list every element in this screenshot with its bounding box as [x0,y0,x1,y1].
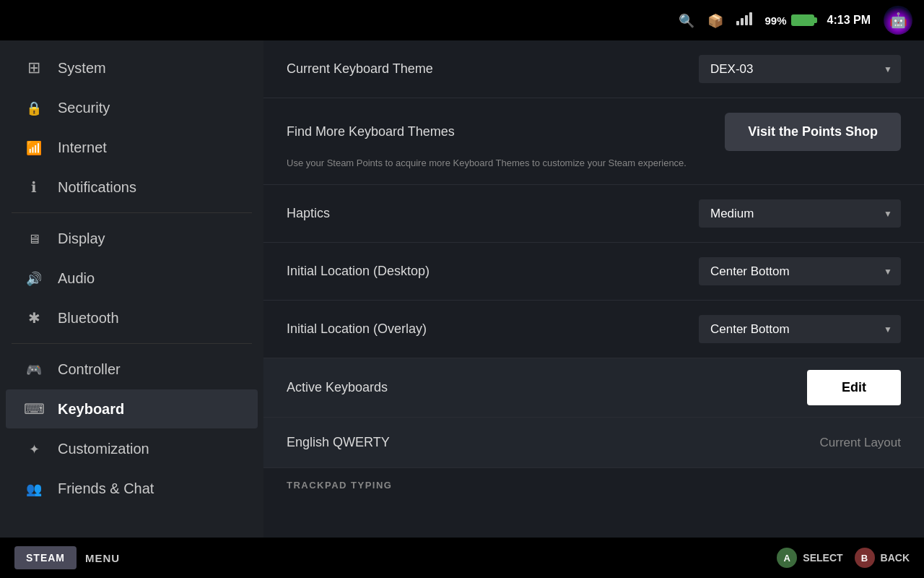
svg-rect-1 [741,18,744,25]
signal-icon [736,12,752,29]
clock: 4:13 PM [827,14,871,27]
sidebar-label-security: Security [58,100,110,116]
content-area: Current Keyboard Theme DEX-03 Find More … [263,40,924,538]
display-icon [23,229,45,248]
avatar-image: 🤖 [884,6,912,35]
sidebar-item-audio[interactable]: Audio [6,259,258,298]
active-keyboards-row: Active Keyboards Edit [263,358,924,418]
battery-indicator: 99% [765,14,814,27]
haptics-dropdown-wrapper: Medium Low High Off [699,199,901,228]
sidebar-label-bluetooth: Bluetooth [58,310,119,327]
back-control: B BACK [855,548,910,568]
current-layout-label: Current Layout [820,436,901,450]
initial-location-desktop-label: Initial Location (Desktop) [287,264,430,279]
sidebar-label-friends: Friends & Chat [58,480,154,497]
find-more-top: Find More Keyboard Themes Visit the Poin… [287,113,901,151]
customization-icon [23,439,45,458]
points-description: Use your Steam Points to acquire more Ke… [287,157,687,170]
sidebar-item-security[interactable]: Security [6,88,258,127]
sidebar-item-internet[interactable]: Internet [6,128,258,167]
sidebar: System Security Internet Notifications D… [0,40,263,538]
sidebar-label-keyboard: Keyboard [58,401,124,418]
bottombar-controls: A SELECT B BACK [777,548,910,568]
internet-icon [23,138,45,157]
sidebar-label-customization: Customization [58,441,149,457]
svg-rect-3 [749,12,752,25]
search-icon[interactable] [679,12,694,29]
active-keyboards-label: Active Keyboards [287,380,388,395]
select-label: SELECT [803,552,842,564]
find-more-label: Find More Keyboard Themes [287,124,455,139]
sidebar-item-controller[interactable]: Controller [6,350,258,389]
notifications-icon [23,178,45,197]
a-button[interactable]: A [777,548,797,568]
friends-icon [23,479,45,498]
english-qwerty-row: English QWERTY Current Layout [263,418,924,468]
bottombar: STEAM MENU A SELECT B BACK [0,538,924,578]
haptics-row: Haptics Medium Low High Off [263,185,924,243]
edit-button[interactable]: Edit [807,370,901,405]
current-theme-select[interactable]: DEX-03 [699,55,901,83]
sidebar-item-keyboard[interactable]: Keyboard [6,389,258,428]
initial-location-desktop-row: Initial Location (Desktop) Center Bottom… [263,243,924,301]
sidebar-label-controller: Controller [58,361,121,378]
sidebar-label-system: System [58,60,106,77]
sidebar-item-notifications[interactable]: Notifications [6,168,258,207]
current-theme-row: Current Keyboard Theme DEX-03 [263,40,924,98]
menu-label: MENU [85,552,120,564]
bluetooth-icon [23,309,45,327]
steam-button[interactable]: STEAM [14,546,77,569]
audio-icon [23,269,45,288]
back-label: BACK [881,552,910,564]
sidebar-item-display[interactable]: Display [6,219,258,258]
initial-location-overlay-dropdown-wrapper: Center Bottom Top Left Top Right Bottom … [699,315,901,343]
sidebar-label-display: Display [58,230,105,247]
trackpad-typing-header: TRACKPAD TYPING [263,468,924,496]
sidebar-label-audio: Audio [58,270,95,287]
sidebar-divider-2 [12,343,252,344]
battery-icon [791,14,814,26]
initial-location-desktop-dropdown-wrapper: Center Bottom Top Left Top Right Bottom … [699,257,901,285]
haptics-label: Haptics [287,206,330,221]
initial-location-desktop-select[interactable]: Center Bottom Top Left Top Right Bottom … [699,257,901,285]
avatar[interactable]: 🤖 [884,6,912,35]
select-control: A SELECT [777,548,842,568]
haptics-select[interactable]: Medium Low High Off [699,199,901,228]
current-theme-label: Current Keyboard Theme [287,61,433,77]
initial-location-overlay-label: Initial Location (Overlay) [287,322,427,337]
topbar: 99% 4:13 PM 🤖 [0,0,924,40]
sidebar-item-friends[interactable]: Friends & Chat [6,469,258,508]
svg-rect-0 [736,21,739,25]
controller-icon [23,360,45,379]
sidebar-label-internet: Internet [58,139,107,156]
sidebar-item-bluetooth[interactable]: Bluetooth [6,298,258,337]
english-qwerty-label: English QWERTY [287,435,390,450]
sidebar-label-notifications: Notifications [58,179,136,196]
keyboard-icon [23,400,45,418]
find-more-row: Find More Keyboard Themes Visit the Poin… [263,98,924,185]
initial-location-overlay-row: Initial Location (Overlay) Center Bottom… [263,301,924,358]
security-icon [23,98,45,117]
sidebar-divider-1 [12,212,252,213]
storage-icon[interactable] [707,12,723,29]
b-button[interactable]: B [855,548,875,568]
sidebar-item-system[interactable]: System [6,48,258,87]
sidebar-item-customization[interactable]: Customization [6,429,258,468]
svg-rect-2 [745,15,748,25]
main-layout: System Security Internet Notifications D… [0,40,924,538]
initial-location-overlay-select[interactable]: Center Bottom Top Left Top Right Bottom … [699,315,901,343]
system-icon [23,59,45,77]
visit-points-shop-button[interactable]: Visit the Points Shop [725,113,901,151]
battery-percent: 99% [765,14,787,27]
current-theme-dropdown-wrapper: DEX-03 [699,55,901,83]
